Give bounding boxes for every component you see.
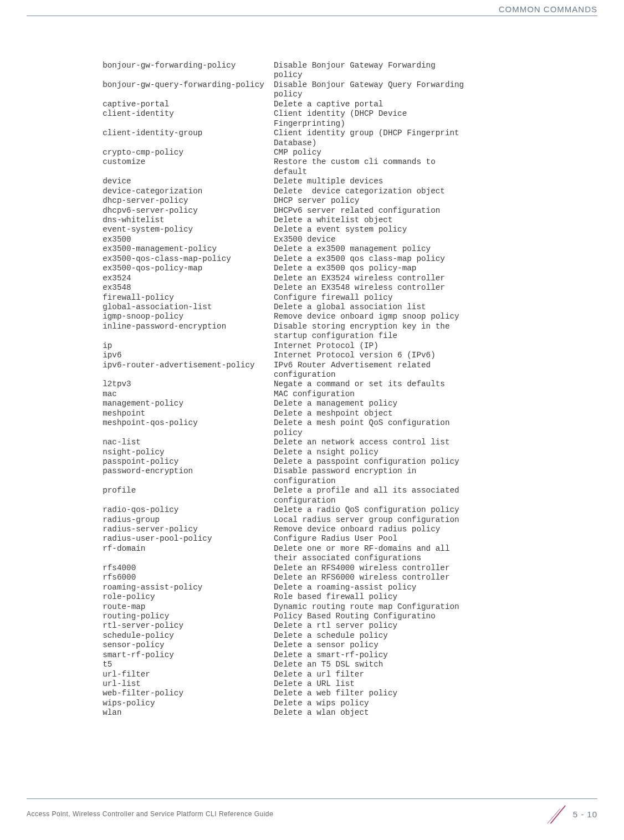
- page-header-title: COMMON COMMANDS: [499, 4, 597, 14]
- svg-line-0: [550, 806, 565, 823]
- page-footer: Access Point, Wireless Controller and Se…: [27, 798, 597, 824]
- command-listing: bonjour-gw-forwarding-policy Disable Bon…: [93, 61, 597, 728]
- svg-line-1: [548, 809, 560, 824]
- header-rule: [27, 16, 597, 16]
- footer-right: 5 - 10: [546, 803, 597, 824]
- footer-guide-title: Access Point, Wireless Controller and Se…: [27, 810, 273, 818]
- footer-slash-icon: [546, 803, 567, 824]
- footer-page-number: 5 - 10: [573, 810, 597, 819]
